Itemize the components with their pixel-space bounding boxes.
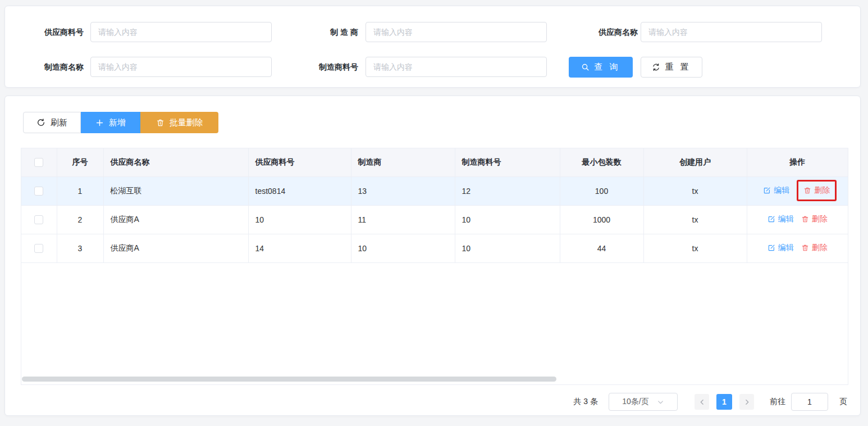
trash-icon [801, 215, 809, 223]
cell-manufacturer: 11 [351, 205, 455, 234]
chevron-down-icon [657, 398, 664, 406]
cell-supplier-name: 供应商A [103, 234, 248, 262]
cell-manufacturer-pn: 10 [455, 205, 560, 234]
reset-button-label: 重 置 [665, 62, 691, 72]
cell-manufacturer-pn: 10 [455, 234, 560, 262]
label-manufacturer-pn: 制造商料号 [291, 57, 358, 77]
annotation-highlight-box: 删除 [797, 180, 837, 201]
cell-manufacturer-pn: 12 [455, 176, 560, 205]
select-all-checkbox[interactable] [34, 158, 43, 167]
supplier-pn-input[interactable] [90, 22, 272, 42]
cell-seq: 2 [57, 205, 103, 234]
column-header-actions: 操作 [747, 148, 848, 176]
edit-button[interactable]: 编辑 [768, 243, 794, 253]
edit-button-label: 编辑 [774, 185, 789, 196]
query-button[interactable]: 查 询 [569, 57, 633, 78]
cell-seq: 3 [57, 234, 103, 262]
supplier-name-input[interactable] [641, 22, 822, 42]
label-supplier-pn: 供应商料号 [16, 22, 84, 42]
prev-page-button[interactable] [695, 394, 709, 410]
trash-icon [803, 187, 811, 194]
manufacturer-pn-input[interactable] [366, 57, 547, 77]
cell-creator: tx [643, 205, 747, 234]
label-manufacturer-name: 制造商名称 [16, 57, 84, 77]
delete-button[interactable]: 删除 [803, 185, 830, 196]
cell-creator: tx [643, 234, 747, 262]
cell-supplier-pn: 10 [248, 205, 351, 234]
column-header-supplier-name: 供应商名称 [103, 148, 248, 176]
query-button-label: 查 询 [594, 62, 620, 72]
table-row[interactable]: 2 供应商A 10 11 10 1000 tx [21, 205, 848, 234]
chevron-right-icon [743, 398, 751, 406]
cell-min-pack: 1000 [560, 205, 643, 234]
batch-delete-button-label: 批量删除 [170, 117, 203, 128]
column-header-creator: 创建用户 [643, 148, 747, 176]
cell-supplier-name: 供应商A [103, 205, 248, 234]
edit-button[interactable]: 编辑 [763, 185, 789, 196]
cell-min-pack: 44 [560, 234, 643, 262]
page-size-value: 10条/页 [622, 397, 648, 407]
pagination-bar: 共 3 条 10条/页 1 前往 [573, 393, 847, 411]
row-checkbox[interactable] [34, 215, 43, 224]
data-table: 序号 供应商名称 供应商料号 制造商 制造商料号 最小包装数 创建用户 操作 1… [21, 148, 848, 385]
edit-button-label: 编辑 [778, 214, 794, 224]
cell-supplier-name: 松湖互联 [103, 176, 248, 205]
cell-min-pack: 100 [560, 176, 643, 205]
add-button[interactable]: 新增 [81, 112, 140, 133]
page-unit-label: 页 [839, 397, 847, 407]
search-icon [581, 63, 590, 71]
table-header-row: 序号 供应商名称 供应商料号 制造商 制造商料号 最小包装数 创建用户 操作 [21, 148, 848, 176]
total-count-label: 共 3 条 [573, 397, 598, 407]
table-row[interactable]: 3 供应商A 14 10 10 44 tx [21, 234, 848, 262]
cell-creator: tx [643, 176, 747, 205]
column-header-min-pack: 最小包装数 [560, 148, 643, 176]
reset-icon [652, 63, 660, 71]
cell-supplier-pn: 14 [248, 234, 351, 262]
column-header-seq: 序号 [57, 148, 103, 176]
reset-button[interactable]: 重 置 [641, 57, 702, 78]
row-checkbox[interactable] [34, 187, 43, 196]
column-header-supplier-pn: 供应商料号 [248, 148, 351, 176]
column-header-manufacturer: 制造商 [351, 148, 455, 176]
page-number-button[interactable]: 1 [716, 394, 732, 410]
delete-button[interactable]: 删除 [801, 243, 828, 253]
edit-square-icon [763, 187, 771, 194]
edit-square-icon [768, 215, 775, 223]
manufacturer-name-input[interactable] [90, 57, 272, 77]
table-panel: 刷新 新增 批量删除 [4, 96, 861, 416]
cell-manufacturer: 10 [351, 234, 455, 262]
delete-button-label: 删除 [812, 214, 828, 224]
next-page-button[interactable] [739, 394, 754, 410]
column-header-manufacturer-pn: 制造商料号 [455, 148, 560, 176]
cell-supplier-pn: test0814 [248, 176, 351, 205]
batch-delete-button[interactable]: 批量删除 [140, 112, 218, 133]
table-row[interactable]: 1 松湖互联 test0814 13 12 100 tx [21, 176, 848, 205]
chevron-left-icon [698, 398, 706, 406]
edit-button[interactable]: 编辑 [768, 214, 794, 224]
goto-page-input[interactable] [791, 393, 828, 411]
delete-button[interactable]: 删除 [801, 214, 828, 224]
refresh-icon [36, 118, 45, 127]
cell-manufacturer: 13 [351, 176, 455, 205]
label-manufacturer: 制 造 商 [291, 22, 358, 42]
add-button-label: 新增 [109, 117, 126, 128]
page-size-select[interactable]: 10条/页 [609, 393, 678, 411]
label-supplier-name: 供应商名称 [570, 22, 638, 42]
edit-button-label: 编辑 [778, 243, 794, 253]
trash-icon [156, 119, 165, 127]
edit-square-icon [768, 244, 775, 252]
plus-icon [95, 119, 104, 127]
trash-icon [801, 244, 809, 252]
goto-label: 前往 [770, 397, 785, 407]
horizontal-scrollbar-thumb[interactable] [22, 377, 556, 382]
refresh-button[interactable]: 刷新 [23, 112, 81, 133]
manufacturer-input[interactable] [366, 22, 547, 42]
table-toolbar: 刷新 新增 批量删除 [23, 112, 218, 133]
refresh-button-label: 刷新 [51, 117, 67, 128]
row-checkbox[interactable] [34, 244, 43, 253]
delete-button-label: 删除 [814, 185, 830, 196]
cell-seq: 1 [57, 176, 103, 205]
delete-button-label: 删除 [812, 243, 828, 253]
search-panel: 供应商料号 制 造 商 供应商名称 制造商名称 制造商料号 查 询 重 置 [4, 6, 861, 88]
